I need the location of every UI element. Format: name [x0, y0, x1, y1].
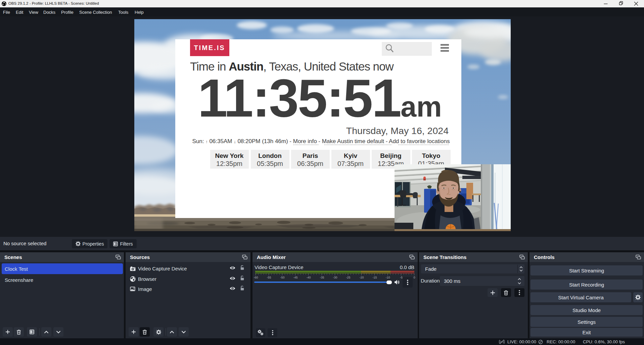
svg-text:06:35pm: 06:35pm	[297, 160, 323, 167]
svg-text:Paris: Paris	[303, 152, 318, 159]
svg-text:Kyiv: Kyiv	[344, 152, 358, 159]
svg-text:07:35pm: 07:35pm	[337, 160, 364, 167]
svg-text:11:35:51: 11:35:51	[198, 68, 401, 128]
svg-text:Thursday, May 16, 2024: Thursday, May 16, 2024	[346, 125, 449, 136]
svg-text:05:35pm: 05:35pm	[257, 160, 283, 167]
svg-text:London: London	[258, 152, 282, 159]
svg-text:Sun: ↑ 06:35AM ↓ 08:20PM (13h: Sun: ↑ 06:35AM ↓ 08:20PM (13h 46m) - Mor…	[192, 138, 450, 144]
svg-text:am: am	[401, 91, 442, 123]
svg-text:Beijing: Beijing	[380, 152, 401, 159]
svg-text:TIME.IS: TIME.IS	[194, 44, 225, 51]
svg-text:12:35pm: 12:35pm	[216, 160, 242, 167]
svg-text:Tokyo: Tokyo	[422, 152, 441, 159]
svg-text:New York: New York	[215, 152, 244, 159]
